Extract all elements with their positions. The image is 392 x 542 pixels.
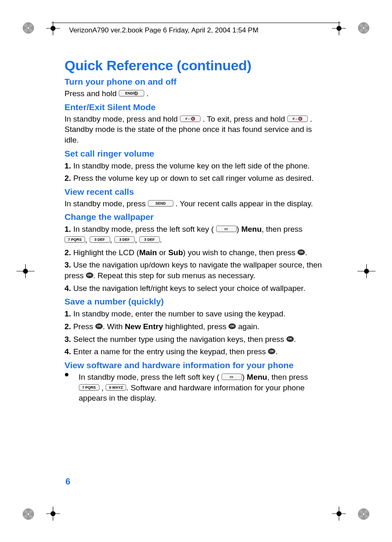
section-heading-info: View software and hardware information f… (65, 360, 327, 370)
recent-body: In standby mode, press SEND . Your recen… (65, 198, 327, 209)
text: ) (237, 225, 242, 233)
svg-point-8 (360, 24, 367, 32)
list-item: • In standby mode, press the left soft k… (65, 372, 327, 404)
new-entry-label: New Entry (125, 322, 163, 331)
header-rule (51, 23, 341, 23)
three-key-icon: 3 DEF (139, 236, 160, 243)
text: , then press (267, 373, 308, 381)
svg-point-38 (23, 269, 28, 274)
hash-key-icon: # ⌐🔇 (180, 115, 201, 122)
ok-key-icon: OK (286, 336, 294, 342)
hash-key-icon: # ⌐🔇 (287, 115, 308, 122)
svg-point-35 (337, 511, 341, 516)
section-heading-ringer: Set call ringer volume (65, 149, 327, 159)
crosshair-icon (46, 507, 60, 521)
menu-label: Menu (241, 225, 262, 233)
ok-key-icon: OK (297, 249, 305, 255)
svg-point-14 (25, 510, 32, 518)
text: . (294, 335, 296, 344)
nine-key-icon: 9 WXYZ (106, 384, 126, 391)
text: Press the volume key up or down to set c… (73, 174, 314, 182)
svg-point-17 (27, 513, 30, 515)
svg-point-19 (359, 510, 368, 519)
page-number: 6 (65, 476, 70, 487)
svg-point-23 (362, 513, 365, 515)
registration-mark-icon (23, 22, 34, 34)
section-heading-save: Save a number (quickly) (65, 297, 327, 307)
registration-mark-icon (358, 508, 369, 520)
svg-point-0 (23, 23, 34, 33)
text: . (275, 347, 277, 356)
registration-mark-icon (358, 22, 369, 34)
svg-point-29 (337, 26, 341, 31)
text: Use the navigation left/right keys to se… (73, 284, 305, 293)
ok-key-icon: OK (95, 323, 103, 329)
ringer-steps: 1. In standby mode, press the volume key… (65, 161, 327, 184)
running-head: VerizonA790 ver.2.book Page 6 Friday, Ap… (69, 26, 258, 35)
info-list: • In standby mode, press the left soft k… (65, 372, 327, 404)
sub-label: Sub (168, 248, 183, 257)
list-item: 1. In standby mode, press the left soft … (65, 224, 327, 245)
text: , then press (262, 225, 302, 233)
seven-key-icon: 7 PQRS (79, 384, 99, 391)
svg-point-32 (51, 511, 55, 516)
silent-body: In standby mode, press and hold # ⌐🔇 . T… (65, 114, 327, 145)
svg-point-6 (358, 23, 369, 33)
three-key-icon: 3 DEF (90, 236, 110, 243)
svg-point-9 (361, 25, 367, 31)
crosshair-icon (332, 21, 346, 35)
main-label: Main (139, 248, 157, 257)
ok-key-icon: OK (86, 272, 93, 278)
power-body: Press and hold END/⏻ . (65, 88, 327, 99)
crosshair-icon (46, 21, 60, 35)
text: Press (73, 322, 95, 331)
text: Press and hold (65, 89, 119, 98)
section-heading-recent: View recent calls (65, 187, 327, 197)
crosshair-icon (332, 507, 346, 521)
send-key-icon: SEND (148, 200, 173, 207)
text: highlighted, press (163, 322, 229, 331)
svg-point-12 (23, 509, 34, 519)
bullet-icon: • (65, 372, 69, 404)
section-heading-wallpaper: Change the wallpaper (65, 212, 327, 222)
softkey-icon: ▭ (221, 374, 242, 380)
text: . (160, 235, 162, 244)
ok-key-icon: OK (268, 348, 275, 354)
text: Highlight the LCD ( (73, 248, 139, 257)
seven-key-icon: 7 PQRS (65, 236, 85, 243)
text: . Repeat this step for sub menus as nece… (93, 271, 256, 280)
page-title: Quick Reference (continued) (65, 58, 327, 74)
svg-point-2 (25, 24, 32, 32)
text: . Your recent calls appear in the displa… (175, 199, 313, 208)
list-item: 2. Highlight the LCD (Main or Sub) you w… (65, 247, 327, 258)
list-item: 3. Use the navigation up/down keys to na… (65, 260, 327, 281)
svg-point-13 (24, 510, 33, 519)
menu-label: Menu (247, 373, 267, 381)
text: In standby mode, press and hold (65, 115, 180, 123)
text: , (99, 383, 106, 392)
svg-point-22 (362, 512, 366, 516)
list-item: 2. Press the volume key up or down to se… (65, 173, 327, 184)
crosshair-icon (357, 264, 376, 278)
list-item: 3. Select the number type using the navi… (65, 334, 327, 345)
svg-point-18 (358, 509, 369, 519)
text: ) you wish to change, then press (183, 248, 297, 257)
text: In standby mode, press (65, 199, 148, 208)
svg-point-15 (25, 511, 31, 517)
text: In standby mode, press the volume key on… (73, 161, 310, 170)
softkey-icon: ▭ (216, 226, 237, 232)
list-item: 2. Press OK. With New Entry highlighted,… (65, 321, 327, 332)
section-heading-silent: Enter/Exit Silent Mode (65, 102, 327, 112)
text: Enter a name for the entry using the key… (73, 347, 268, 356)
svg-point-3 (25, 25, 31, 31)
list-item: 1. In standby mode, enter the number to … (65, 309, 327, 319)
svg-point-41 (364, 269, 369, 274)
svg-point-5 (27, 27, 30, 29)
text: In standby mode, press the left soft key… (73, 225, 214, 233)
section-heading-power: Turn your phone on and off (65, 77, 327, 87)
page-content: Quick Reference (continued) Turn your ph… (65, 58, 327, 405)
list-item: 1. In standby mode, press the volume key… (65, 161, 327, 171)
text: ) (242, 373, 247, 381)
text: In standby mode, press the left soft key… (79, 373, 219, 381)
end-key-icon: END/⏻ (119, 90, 144, 97)
